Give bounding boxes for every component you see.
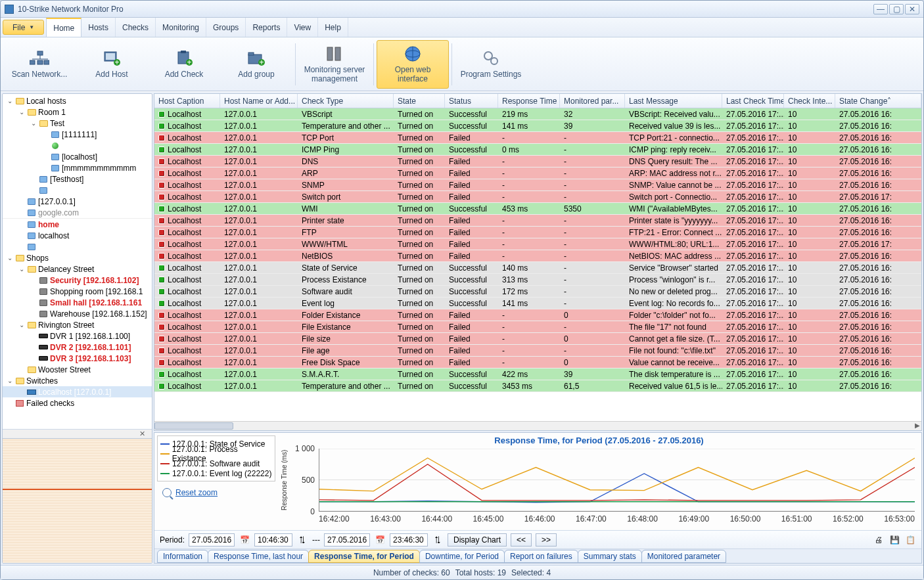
table-row[interactable]: Localhost127.0.0.1ICMP PingTurned onSucc… — [154, 144, 921, 156]
period-date1[interactable] — [189, 533, 235, 547]
table-row[interactable]: Localhost127.0.0.1Printer stateTurned on… — [154, 215, 921, 227]
print-icon[interactable]: 🖨 — [873, 534, 885, 546]
tree-node[interactable]: DVR 2 [192.168.1.101] — [3, 342, 152, 353]
table-row[interactable]: Localhost127.0.0.1NetBIOSTurned onFailed… — [154, 250, 921, 262]
table-row[interactable]: Localhost127.0.0.1File sizeTurned onFail… — [154, 333, 921, 345]
col-header[interactable]: Status — [445, 94, 498, 108]
table-row[interactable]: Localhost127.0.0.1Switch portTurned onFa… — [154, 191, 921, 203]
tree-node[interactable]: [localhost] — [3, 151, 152, 162]
table-row[interactable]: Localhost127.0.0.1SNMPTurned onFailed--S… — [154, 179, 921, 191]
menu-checks[interactable]: Checks — [116, 18, 156, 37]
tree-node[interactable]: google.com — [3, 207, 152, 219]
table-row[interactable]: Localhost127.0.0.1ARPTurned onFailed--AR… — [154, 167, 921, 179]
open-web-button[interactable]: Open web interface — [377, 40, 449, 89]
tab[interactable]: Summary stats — [578, 550, 642, 563]
table-row[interactable]: Localhost127.0.0.1WWW/HTMLTurned onFaile… — [154, 238, 921, 250]
tab[interactable]: Information — [157, 550, 208, 563]
tree-node[interactable]: ⌄Shops — [3, 252, 152, 263]
maximize-button[interactable]: ▢ — [889, 4, 904, 14]
copy-icon[interactable]: 📋 — [904, 534, 916, 546]
tree-node[interactable]: ⌄Delancey Street — [3, 263, 152, 275]
tree-node[interactable]: Wooster Street — [3, 364, 152, 375]
table-row[interactable]: Localhost127.0.0.1File ExistanceTurned o… — [154, 321, 921, 333]
period-time1[interactable] — [254, 533, 292, 547]
reset-zoom-link[interactable]: Reset zoom — [175, 488, 218, 497]
menu-hosts[interactable]: Hosts — [81, 18, 116, 37]
table-row[interactable]: Localhost127.0.0.1S.M.A.R.T.Turned onSuc… — [154, 368, 921, 380]
col-header[interactable]: Check Inte... — [784, 94, 835, 108]
add-group-button[interactable]: +Add group — [220, 40, 292, 89]
tree-node[interactable]: localhost — [3, 185, 152, 196]
period-date2[interactable] — [324, 533, 370, 547]
tab[interactable]: Downtime, for Period — [419, 550, 505, 563]
spinner-icon[interactable]: ⮁ — [296, 534, 308, 546]
menu-groups[interactable]: Groups — [206, 18, 246, 37]
tree-node[interactable]: [127.0.0.1] — [3, 196, 152, 207]
grid-hscroll[interactable]: ▶ — [154, 421, 921, 430]
tree-node[interactable]: DVR 1 [192.168.1.100] — [3, 330, 152, 342]
col-header[interactable]: Last Message — [625, 94, 722, 108]
tree-node[interactable]: ⌄Room 1 — [3, 106, 152, 118]
host-tree[interactable]: ⌄Local hosts⌄Room 1⌄Test[1111111][localh… — [3, 94, 152, 429]
menu-reports[interactable]: Reports — [246, 18, 287, 37]
menu-home[interactable]: Home — [46, 18, 81, 37]
tree-node[interactable]: [localhost] — [3, 140, 152, 151]
period-time2[interactable] — [390, 533, 428, 547]
table-row[interactable]: Localhost127.0.0.1State of ServiceTurned… — [154, 262, 921, 274]
tree-node[interactable]: This computer [localhost] — [3, 241, 152, 252]
table-row[interactable]: Localhost127.0.0.1Temperature and other … — [154, 120, 921, 132]
spinner-icon[interactable]: ⮁ — [432, 534, 444, 546]
menu-help[interactable]: Help — [318, 18, 348, 37]
tab[interactable]: Monitored parameter — [641, 550, 726, 563]
col-header[interactable]: Host Name or Add... — [220, 94, 298, 108]
tree-node[interactable]: Warehouse [192.168.1.152] — [3, 308, 152, 319]
tree-node[interactable]: [Testhost] — [3, 173, 152, 185]
grid-header[interactable]: Host CaptionHost Name or Add...Check Typ… — [154, 94, 921, 108]
table-row[interactable]: Localhost127.0.0.1DNSTurned onFailed--DN… — [154, 156, 921, 167]
scan-network-button[interactable]: Scan Network... — [3, 40, 76, 89]
table-row[interactable]: Localhost127.0.0.1TCP PortTurned onFaile… — [154, 132, 921, 144]
tree-node[interactable]: Shopping room [192.168.1 — [3, 286, 152, 297]
calendar-icon[interactable]: 📅 — [239, 534, 250, 546]
tree-node[interactable]: Localhost [127.0.0.1] — [3, 386, 152, 397]
prev-button[interactable]: << — [511, 533, 532, 547]
table-row[interactable]: Localhost127.0.0.1Temperature and other … — [154, 380, 921, 392]
table-row[interactable]: Localhost127.0.0.1File ageTurned onFaile… — [154, 345, 921, 357]
menu-view[interactable]: View — [287, 18, 318, 37]
add-host-button[interactable]: +Add Host — [76, 40, 148, 89]
minimize-button[interactable]: — — [873, 4, 888, 14]
display-chart-button[interactable]: Display Chart — [448, 533, 507, 547]
table-row[interactable]: Localhost127.0.0.1FTPTurned onFailed--FT… — [154, 227, 921, 238]
calendar-icon[interactable]: 📅 — [374, 534, 386, 546]
tree-node[interactable]: Small hall [192.168.1.161 — [3, 297, 152, 308]
tree-node[interactable]: ⌄Rivington Street — [3, 319, 152, 330]
table-row[interactable]: Localhost127.0.0.1Free Disk SpaceTurned … — [154, 357, 921, 368]
table-row[interactable]: Localhost127.0.0.1Process ExistanceTurne… — [154, 274, 921, 286]
tree-node[interactable]: localhost — [3, 230, 152, 241]
monitoring-server-button[interactable]: Monitoring server management — [298, 40, 371, 89]
tree-node[interactable]: DVR 3 [192.168.1.103] — [3, 353, 152, 364]
add-check-button[interactable]: +Add Check — [148, 40, 220, 89]
tab[interactable]: Response Time, for Period — [308, 550, 420, 563]
tree-node[interactable]: [1111111] — [3, 129, 152, 140]
program-settings-button[interactable]: Program Settings — [455, 40, 527, 89]
col-header[interactable]: Host Caption — [154, 94, 220, 108]
tree-node[interactable]: ⌄Test — [3, 118, 152, 129]
tree-node[interactable]: Security [192.168.1.102] — [3, 275, 152, 286]
save-icon[interactable]: 💾 — [889, 534, 900, 546]
col-header[interactable]: Check Type — [298, 94, 394, 108]
tree-node[interactable]: ⌄Switches — [3, 375, 152, 386]
menu-file[interactable]: File▼ — [3, 20, 44, 35]
table-row[interactable]: Localhost127.0.0.1Software auditTurned o… — [154, 286, 921, 298]
tree-node[interactable]: Failed checks — [3, 397, 152, 409]
table-row[interactable]: Localhost127.0.0.1Event logTurned onSucc… — [154, 298, 921, 309]
col-header[interactable]: State — [394, 94, 445, 108]
close-panel-icon[interactable]: ✕ — [139, 430, 145, 438]
tab[interactable]: Response Time, last hour — [208, 550, 309, 563]
next-button[interactable]: >> — [536, 533, 557, 547]
col-header[interactable]: Monitored par... — [560, 94, 625, 108]
menu-monitoring[interactable]: Monitoring — [156, 18, 206, 37]
tab[interactable]: Report on failures — [504, 550, 578, 563]
col-header[interactable]: State Change ˄ — [835, 94, 921, 108]
col-header[interactable]: Last Check Time — [722, 94, 784, 108]
